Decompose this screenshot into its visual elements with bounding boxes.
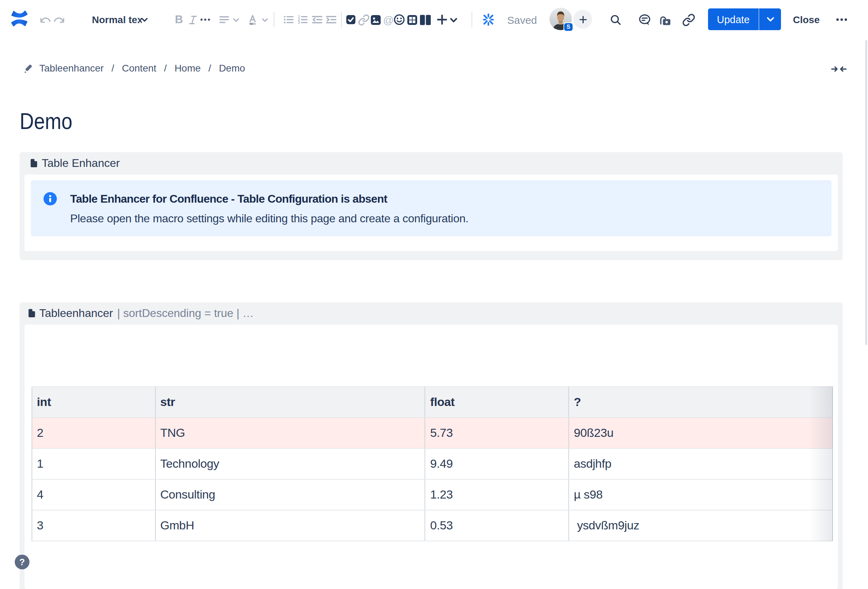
task-list-button[interactable]	[346, 0, 356, 39]
confluence-editor: Normal text B	[0, 0, 868, 589]
emoji-button[interactable]	[394, 0, 405, 39]
cell[interactable]: ysdvßm9juz	[569, 510, 833, 541]
text-align-chevron-icon[interactable]	[232, 0, 240, 39]
table-row[interactable]: 4 Consulting 1.23 µ s98	[32, 479, 833, 510]
search-button[interactable]	[610, 0, 622, 39]
page-scrollbar-thumb[interactable]	[865, 40, 867, 345]
layouts-button[interactable]	[419, 0, 431, 39]
breadcrumb-row: Tableenhancer / Content / Home / Demo	[0, 60, 868, 77]
cell[interactable]: 2	[32, 418, 155, 448]
table-row[interactable]: 2 TNG 5.73 90ß23u	[32, 418, 833, 448]
column-header-question[interactable]: ?	[569, 387, 833, 418]
text-color-chevron-icon[interactable]	[261, 0, 269, 39]
redo-button[interactable]	[53, 0, 65, 39]
toolbar-divider	[341, 12, 342, 27]
column-header-str[interactable]: str	[155, 387, 425, 418]
toolbar-divider	[274, 12, 275, 27]
cell[interactable]: µ s98	[569, 479, 833, 510]
mention-button[interactable]: @	[382, 0, 394, 39]
insert-plus-button[interactable]	[437, 0, 447, 39]
insert-table-button[interactable]	[407, 0, 418, 39]
page-title[interactable]: Demo	[20, 108, 72, 135]
cell[interactable]: 5.73	[425, 418, 569, 448]
insert-image-button[interactable]	[371, 0, 381, 39]
cell[interactable]: 90ß23u	[569, 418, 833, 448]
breadcrumb-separator: /	[112, 62, 114, 74]
bold-icon: B	[175, 13, 183, 26]
svg-text:3: 3	[298, 21, 300, 25]
column-header-float[interactable]: float	[425, 387, 569, 418]
breadcrumb-item-content[interactable]: Content	[122, 62, 156, 74]
cell[interactable]: TNG	[155, 418, 425, 448]
copy-link-button[interactable]	[682, 0, 695, 39]
unlock-button[interactable]	[659, 0, 671, 39]
text-align-button[interactable]	[219, 0, 229, 39]
outdent-button[interactable]	[311, 0, 323, 39]
more-formatting-button[interactable]	[200, 0, 211, 39]
update-label: Update	[708, 14, 759, 25]
macro-table-enhancer[interactable]: Table Enhancer Table Enhancer for Conflu…	[20, 152, 843, 260]
cell[interactable]: Consulting	[155, 479, 425, 510]
breadcrumb-item-space[interactable]: Tableenhancer	[39, 62, 104, 74]
avatar[interactable]: S	[549, 8, 575, 33]
breadcrumb-item-page[interactable]: Demo	[219, 62, 245, 74]
table-row[interactable]: 1 Technology 9.49 asdjhfp	[32, 448, 833, 479]
insert-link-button[interactable]	[358, 0, 370, 39]
close-button[interactable]: Close	[793, 0, 819, 39]
info-panel-description: Please open the macro settings while edi…	[70, 211, 468, 226]
cell[interactable]: 1.23	[425, 479, 569, 510]
text-style-chevron-icon[interactable]	[140, 0, 149, 39]
document-icon	[30, 159, 38, 168]
comment-button[interactable]	[639, 0, 651, 39]
macro-title: Tableenhancer	[39, 307, 113, 320]
insert-chevron-icon[interactable]	[449, 0, 458, 39]
cell[interactable]: 1	[32, 448, 155, 479]
italic-button[interactable]	[188, 0, 198, 39]
macro-params: | sortDescending = true | …	[117, 307, 254, 320]
info-panel-title: Table Enhancer for Confluence - Table Co…	[70, 191, 468, 206]
macro-tableenhancer-body: int str float ? 2 TNG 5.73 90ß23u	[25, 325, 838, 589]
edit-pencil-icon	[24, 63, 34, 76]
mention-icon: @	[383, 14, 394, 26]
saving-spinner-icon	[481, 0, 495, 39]
cell[interactable]: GmbH	[155, 510, 425, 541]
bold-button[interactable]: B	[173, 0, 185, 39]
undo-button[interactable]	[39, 0, 52, 39]
cell[interactable]: 9.49	[425, 448, 569, 479]
invite-button[interactable]	[573, 10, 592, 29]
help-label: ?	[19, 557, 25, 567]
info-panel: Table Enhancer for Confluence - Table Co…	[31, 180, 831, 236]
macro-table-enhancer-header[interactable]: Table Enhancer	[20, 152, 843, 175]
indent-button[interactable]	[326, 0, 337, 39]
table-row[interactable]: 3 GmbH 0.53 ysdvßm9juz	[32, 510, 833, 541]
breadcrumb-item-home[interactable]: Home	[174, 62, 201, 74]
breadcrumb-separator: /	[208, 62, 211, 74]
close-label: Close	[793, 14, 819, 25]
numbered-list-button[interactable]: 123	[298, 0, 308, 39]
document-icon	[28, 309, 35, 318]
update-button[interactable]: Update	[708, 9, 781, 30]
cell[interactable]: Technology	[155, 448, 425, 479]
update-chevron-icon[interactable]	[759, 16, 781, 22]
cell[interactable]: 4	[32, 479, 155, 510]
text-style-dropdown[interactable]: Normal text	[92, 0, 142, 39]
cell[interactable]: asdjhfp	[569, 448, 833, 479]
saved-label: Saved	[507, 14, 537, 26]
breadcrumb-separator: /	[164, 62, 167, 74]
text-color-button[interactable]	[247, 0, 258, 39]
bullet-list-button[interactable]	[283, 0, 294, 39]
macro-tableenhancer-header[interactable]: Tableenhancer | sortDescending = true | …	[20, 302, 843, 325]
toolbar-divider	[472, 12, 472, 27]
cell[interactable]: 0.53	[425, 510, 569, 541]
table-header-row: int str float ?	[32, 387, 833, 418]
data-table-wrap: int str float ? 2 TNG 5.73 90ß23u	[32, 386, 833, 541]
avatar-badge: S	[564, 22, 573, 32]
cell[interactable]: 3	[32, 510, 155, 541]
text-style-label: Normal text	[92, 14, 142, 25]
collapse-width-button[interactable]	[831, 64, 847, 77]
more-actions-button[interactable]	[836, 0, 848, 39]
help-button[interactable]: ?	[15, 555, 30, 569]
macro-tableenhancer[interactable]: Tableenhancer | sortDescending = true | …	[20, 302, 843, 589]
confluence-logo-icon	[11, 0, 28, 38]
column-header-int[interactable]: int	[32, 387, 155, 418]
